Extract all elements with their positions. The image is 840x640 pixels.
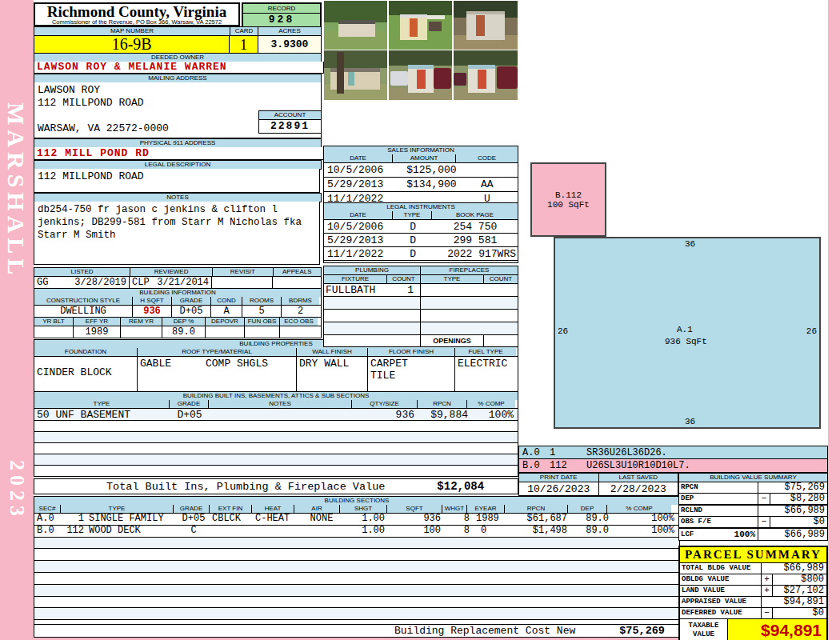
rooms: 5 [242,306,282,317]
property-photo-6[interactable] [454,50,518,100]
plumbing-empty-row [324,322,420,335]
hdr-wall-finish: WALL FINISH [297,348,368,356]
property-photo-1[interactable] [324,1,387,50]
fireplace-empty-row [421,310,518,322]
bs-heat [255,526,298,537]
hdr-funobs: FUN OBS [245,318,280,326]
bs-air [298,526,345,537]
county-header: Richmond County, Virginia Commissioner o… [34,2,240,26]
built-ins-empty-row [34,421,518,432]
roof-type: GABLE [140,358,171,391]
bs-dep: 89.0 [577,526,617,537]
bs-sec: B.0 [34,526,62,537]
photo-trees [454,50,518,66]
sales-table: DATE AMOUNT CODE 10/5/2006 $125,000 5/29… [323,154,518,206]
year-built [34,326,74,338]
plumbing-empty-row [324,335,420,346]
property-photo-2[interactable] [389,1,452,50]
hdr-ecoobs: ECO OBS [280,318,318,326]
bs-grade: D+05 [175,514,212,525]
bs-empty-row [34,608,679,620]
bi-grade: D+05 [170,409,210,420]
bs-shgt: 1.00 [345,514,393,525]
building-properties-table: FOUNDATION ROOF TYPE/MATERIAL WALL FINIS… [34,348,518,392]
hdr-foundation: FOUNDATION [34,348,138,356]
hdr-remyr: REM YR [121,318,162,326]
bedrooms: 2 [282,306,319,317]
photo-trees [389,1,452,15]
hdr-bs-shgt: SHGT [340,505,387,513]
hdr-yrblt: YR BLT [34,318,74,326]
hdr-depovr: DEPOVR [206,318,245,326]
photo-shed-door [476,15,485,36]
sketch-b-id: B.112 [555,190,582,200]
bvs-row-name: RCLND [679,506,758,516]
deeded-owner-value: LAWSON ROY & MELANIE WARREN [34,62,324,74]
hdr-bs-sqft: SQFT [387,505,442,513]
bvs-row-op: − [758,517,770,527]
li-book: 254 750 [433,221,518,233]
sale-date: 10/5/2006 [324,164,393,176]
photo-shed-door [478,70,486,89]
card-label: CARD [230,26,258,36]
sketch-section-a: 36 26 26 36 A.1 936 SqFt [554,237,821,429]
record-label: RECORD [243,4,320,14]
appeals-header: APPEALS [274,267,322,277]
photo-truck [390,71,408,86]
bs-eyear: 1989 [474,514,513,525]
hdr-bs-grade: GRADE [174,505,210,513]
remodel-year [121,326,162,338]
economic-obs [280,326,318,338]
ps-row-name: TOTAL BLDG VALUE [680,563,762,574]
listed-date: 3/28/2019 [74,277,126,288]
bs-heat: C-HEAT [255,514,298,525]
bs-ext [212,526,255,537]
built-ins-empty-row [34,466,518,476]
photo-trees [389,50,452,66]
ps-row-op: + [762,574,773,585]
built-ins-row: 50 UNF BASEMENT D+05 936 $9,884 100% [34,409,518,421]
building-value-summary: BUILDING VALUE SUMMARY RPCN $75,269 DEP … [678,473,828,541]
mailing-line1: LAWSON ROY [34,82,321,96]
map-number-value: 16-9B [34,36,230,54]
built-ins-empty-row [34,454,518,466]
property-photo-4[interactable] [324,50,387,100]
legend-path: SR36U26L36D26. [586,447,667,458]
hdr-bi-type: TYPE [34,400,170,408]
property-photo-3[interactable] [454,1,518,50]
bs-whgt: 8 [449,514,474,525]
hdr-bs-dep: DEP [568,505,607,513]
fireplaces-box: FIREPLACES TYPE COUNT OPENINGS [421,266,518,347]
ps-row-name: OBLDG VALUE [680,574,762,585]
sketch-a-dim-right: 26 [806,326,817,336]
hdr-bs-type: TYPE [61,505,174,513]
li-book: 2022 917WRS [433,248,518,260]
legal-description-value: 112 MILLPOND ROAD [34,169,320,193]
photo-carport-roof [427,15,445,19]
review-table: LISTED REVIEWED REVISIT APPEALS GG 3/28/… [34,267,322,289]
photo-tree-trunk [337,52,344,94]
ps-row-name: APPRAISED VALUE [680,597,762,607]
hdr-bs-rpcn: RPCN [505,505,568,513]
hdr-effyr: EFF YR [74,318,121,326]
county-title: Richmond County, Virginia [35,4,238,19]
legend-path: U26SL3U10R10D10L7. [586,460,690,471]
building-information-table: CONSTRUCTION STYLE H SQFT GRADE COND ROO… [34,297,322,338]
bs-shgt: 1.00 [345,526,393,537]
bvs-row-name: OBS F/E [679,517,758,527]
bs-sec: A.0 [34,514,62,525]
foundation-value: CINDER BLOCK [34,357,138,391]
revisit-value [212,277,273,289]
photo-shed-door [410,18,418,37]
parcel-summary-title: PARCEL SUMMARY [680,547,826,562]
bs-comp: 100% [617,514,678,525]
fireplace-empty-row [421,322,518,335]
sketch-b-area: 100 SqFt [547,200,590,210]
hdr-floor-finish: FLOOR FINISH [368,348,455,356]
listed-header: LISTED [34,267,130,277]
photo-suv [497,66,518,89]
ps-row-value: $66,989 [762,563,826,574]
bs-grade: C [175,526,212,537]
dep-override [206,326,245,338]
property-photo-5[interactable] [389,50,452,100]
